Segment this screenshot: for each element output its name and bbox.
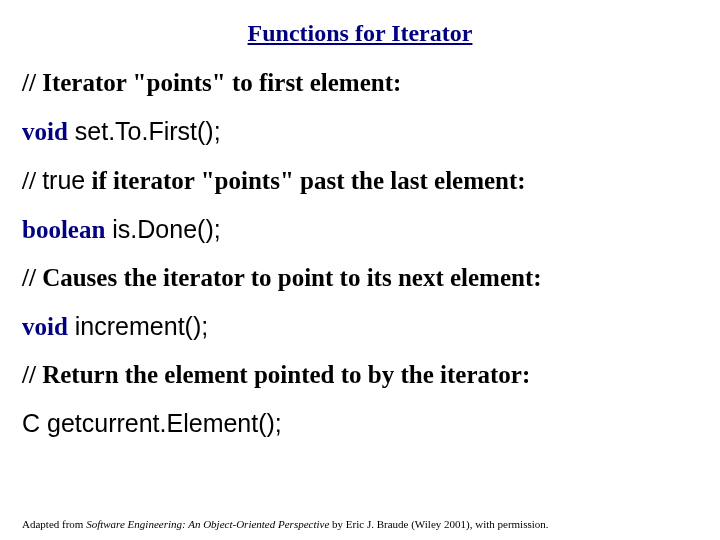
attribution-text: Adapted from Software Engineering: An Ob… — [22, 518, 549, 530]
comment-text: Iterator "points" to first element: — [42, 69, 401, 96]
comment-text: Return the element pointed to by the ite… — [42, 361, 530, 388]
method-line-1: void set.To.First(); — [22, 117, 698, 146]
keyword-void: void — [22, 118, 68, 145]
attribution-prefix: Adapted from — [22, 518, 86, 530]
comment-prefix: // — [22, 264, 42, 291]
comment-line-4: // Return the element pointed to by the … — [22, 361, 698, 389]
attribution-suffix: by Eric J. Braude (Wiley 2001), with per… — [329, 518, 548, 530]
comment-text: if iterator "points" past the last eleme… — [85, 167, 525, 194]
comment-prefix: // — [22, 69, 42, 96]
method-line-3: void increment(); — [22, 312, 698, 341]
keyword-boolean: boolean — [22, 216, 105, 243]
slide-title: Functions for Iterator — [22, 20, 698, 47]
comment-prefix: // — [22, 167, 42, 194]
comment-line-1: // Iterator "points" to first element: — [22, 69, 698, 97]
method-name: C getcurrent.Element(); — [22, 409, 282, 437]
method-line-4: C getcurrent.Element(); — [22, 409, 698, 438]
comment-line-2: // true if iterator "points" past the la… — [22, 166, 698, 195]
method-name: increment(); — [68, 312, 208, 340]
comment-prefix: // — [22, 361, 42, 388]
comment-line-3: // Causes the iterator to point to its n… — [22, 264, 698, 292]
method-name: is.Done(); — [105, 215, 220, 243]
attribution-book: Software Engineering: An Object-Oriented… — [86, 518, 329, 530]
true-literal: true — [42, 166, 85, 194]
comment-text: Causes the iterator to point to its next… — [42, 264, 541, 291]
keyword-void: void — [22, 313, 68, 340]
method-name: set.To.First(); — [68, 117, 221, 145]
method-line-2: boolean is.Done(); — [22, 215, 698, 244]
